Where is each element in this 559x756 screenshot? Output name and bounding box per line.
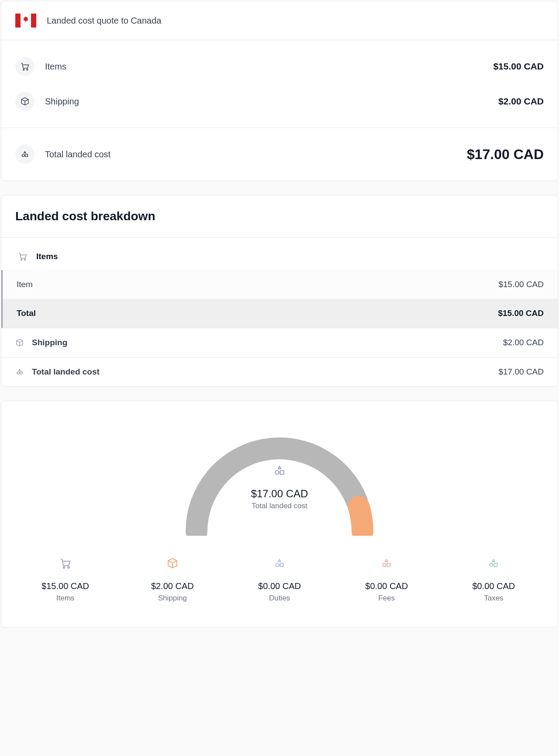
- legend-item-taxes: $0.00 CAD Taxes: [444, 557, 544, 603]
- legend-label: Duties: [229, 594, 329, 603]
- gauge-legend: $15.00 CAD Items $2.00 CAD Shipping $0.0…: [15, 557, 544, 603]
- quote-total-row: Total landed cost $17.00 CAD: [15, 137, 544, 172]
- cart-icon: [59, 557, 72, 570]
- breakdown-row-label: Total: [17, 309, 36, 318]
- quote-line-value: $15.00 CAD: [493, 61, 544, 72]
- breakdown-header: Landed cost breakdown: [1, 195, 558, 238]
- breakdown-items-label: Items: [36, 252, 58, 261]
- legend-label: Fees: [337, 594, 437, 603]
- legend-item-shipping: $2.00 CAD Shipping: [122, 557, 222, 603]
- breakdown-item-row: Item $15.00 CAD: [1, 270, 558, 299]
- legend-label: Items: [15, 594, 115, 603]
- cart-icon: [15, 57, 35, 76]
- quote-header: Landed cost quote to Canada: [1, 1, 558, 40]
- breakdown-item-total-row: Total $15.00 CAD: [1, 299, 558, 328]
- svg-rect-4: [15, 14, 21, 28]
- box-icon: [15, 92, 35, 111]
- breakdown-row-value: $15.00 CAD: [498, 309, 544, 318]
- breakdown-shipping-row: Shipping $2.00 CAD: [1, 328, 558, 357]
- cart-icon: [18, 252, 28, 261]
- gauge-label: Total landed cost: [173, 502, 386, 510]
- quote-line-items: Items $15.00 CAD: [15, 49, 544, 84]
- gauge-card: $17.00 CAD Total landed cost $15.00 CAD …: [1, 401, 558, 628]
- breakdown-row-label: Item: [17, 280, 33, 289]
- legend-amount: $0.00 CAD: [229, 581, 329, 591]
- box-icon: [15, 338, 24, 347]
- breakdown-card: Landed cost breakdown Items Item $15.00 …: [1, 195, 558, 387]
- breakdown-total-row: Total landed cost $17.00 CAD: [1, 357, 558, 386]
- legend-label: Shipping: [122, 594, 222, 603]
- shapes-icon: [380, 557, 393, 570]
- quote-line-label: Items: [45, 62, 66, 72]
- shapes-icon: [487, 557, 500, 570]
- legend-amount: $0.00 CAD: [444, 581, 544, 591]
- breakdown-title: Landed cost breakdown: [15, 209, 544, 223]
- svg-rect-6: [31, 14, 36, 28]
- legend-item-fees: $0.00 CAD Fees: [337, 557, 437, 603]
- breakdown-shipping-label: Shipping: [32, 338, 67, 347]
- quote-card: Landed cost quote to Canada Items $15.00…: [1, 1, 558, 181]
- quote-total-label: Total landed cost: [45, 149, 110, 160]
- box-icon: [166, 557, 179, 570]
- breakdown-total-value: $17.00 CAD: [498, 367, 544, 377]
- quote-line-value: $2.00 CAD: [498, 96, 544, 107]
- shapes-icon: [273, 557, 286, 570]
- quote-line-shipping: Shipping $2.00 CAD: [15, 84, 544, 119]
- breakdown-row-value: $15.00 CAD: [498, 280, 544, 289]
- canada-flag-icon: [15, 14, 36, 28]
- breakdown-total-label: Total landed cost: [32, 367, 100, 377]
- legend-amount: $15.00 CAD: [15, 581, 115, 591]
- quote-total-value: $17.00 CAD: [467, 146, 544, 163]
- shapes-icon: [15, 145, 35, 164]
- shapes-icon: [15, 368, 24, 376]
- gauge-amount: $17.00 CAD: [173, 488, 386, 500]
- landed-cost-gauge: $17.00 CAD Total landed cost: [173, 422, 386, 536]
- legend-amount: $0.00 CAD: [337, 581, 437, 591]
- legend-item-items: $15.00 CAD Items: [15, 557, 115, 603]
- legend-amount: $2.00 CAD: [122, 581, 222, 591]
- breakdown-shipping-value: $2.00 CAD: [503, 338, 544, 347]
- legend-item-duties: $0.00 CAD Duties: [229, 557, 329, 603]
- legend-label: Taxes: [444, 594, 544, 603]
- shapes-icon: [272, 464, 287, 477]
- quote-line-label: Shipping: [45, 97, 79, 107]
- breakdown-items-header: Items: [1, 238, 558, 270]
- quote-title: Landed cost quote to Canada: [47, 16, 161, 26]
